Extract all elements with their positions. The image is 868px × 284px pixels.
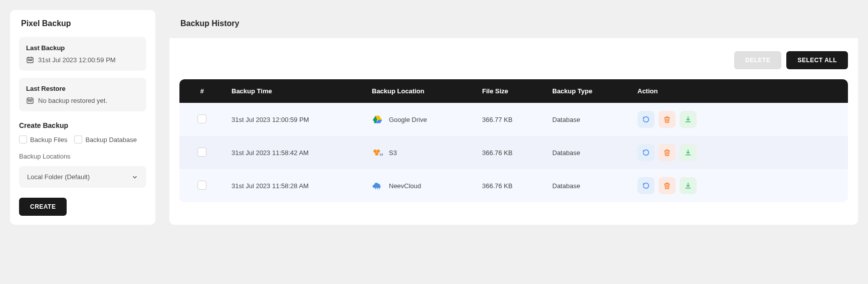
delete-row-button[interactable] <box>659 177 676 194</box>
download-button[interactable] <box>680 144 697 161</box>
row-time: 31st Jul 2023 12:00:59 PM <box>225 103 365 136</box>
gdrive-icon <box>372 114 383 125</box>
last-backup-label: Last Backup <box>26 44 139 52</box>
backup-database-checkbox[interactable] <box>74 135 82 144</box>
select-all-button[interactable]: SELECT ALL <box>786 51 848 69</box>
backup-files-label: Backup Files <box>30 136 67 144</box>
row-location: Google Drive <box>389 116 427 123</box>
chevron-down-icon <box>131 174 138 181</box>
download-icon <box>684 182 692 190</box>
create-backup-title: Create Backup <box>19 121 146 129</box>
row-time: 31st Jul 2023 11:58:28 AM <box>225 169 365 202</box>
create-backup-section: Create Backup Backup Files Backup Databa… <box>19 121 146 216</box>
backup-location-value: Local Folder (Default) <box>27 173 90 181</box>
download-button[interactable] <box>680 111 697 128</box>
svg-point-6 <box>30 101 30 101</box>
row-location: NeevCloud <box>389 182 421 190</box>
header-time: Backup Time <box>225 79 365 103</box>
svg-point-7 <box>31 101 32 101</box>
trash-icon <box>663 115 671 123</box>
s3-icon <box>372 147 383 158</box>
row-size: 366.76 KB <box>475 169 545 202</box>
restore-icon <box>642 182 650 190</box>
row-time: 31st Jul 2023 11:58:42 AM <box>225 136 365 169</box>
calendar-icon <box>26 96 34 104</box>
table-row: 31st Jul 2023 12:00:59 PM Google Drive 3… <box>179 103 848 136</box>
last-restore-label: Last Restore <box>26 85 139 92</box>
restore-icon <box>642 115 650 123</box>
row-location: S3 <box>389 149 397 157</box>
sidebar-title: Pixel Backup <box>19 19 146 28</box>
restore-button[interactable] <box>637 111 655 128</box>
row-type: Database <box>545 136 630 169</box>
backup-locations-label: Backup Locations <box>19 153 146 160</box>
restore-icon <box>642 149 650 157</box>
row-size: 366.76 KB <box>475 136 545 169</box>
download-icon <box>684 149 692 157</box>
toolbar: DELETE SELECT ALL <box>169 38 858 79</box>
backup-database-label: Backup Database <box>85 136 137 144</box>
delete-button[interactable]: DELETE <box>734 51 781 69</box>
row-size: 366.77 KB <box>475 103 545 136</box>
main-panel: Backup History DELETE SELECT ALL # Backu… <box>169 10 858 225</box>
neevcloud-icon <box>372 180 383 191</box>
trash-icon <box>663 182 671 190</box>
svg-point-1 <box>29 60 29 61</box>
download-icon <box>684 115 692 123</box>
row-type: Database <box>545 103 630 136</box>
header-size: File Size <box>475 79 545 103</box>
main-header: Backup History <box>169 10 858 38</box>
main-title: Backup History <box>180 19 847 28</box>
last-backup-box: Last Backup 31st Jul 2023 12:00:59 PM <box>19 37 146 71</box>
delete-row-button[interactable] <box>659 111 676 128</box>
last-restore-value: No backup restored yet. <box>38 97 107 104</box>
create-button[interactable]: CREATE <box>19 198 67 216</box>
table-row: 31st Jul 2023 11:58:42 AM S3 366.76 KB D… <box>179 136 848 169</box>
header-num: # <box>179 79 225 103</box>
backup-location-select[interactable]: Local Folder (Default) <box>19 166 146 188</box>
svg-point-3 <box>31 60 32 61</box>
row-type: Database <box>545 169 630 202</box>
header-location: Backup Location <box>365 79 475 103</box>
row-checkbox[interactable] <box>197 148 206 157</box>
delete-row-button[interactable] <box>659 144 676 161</box>
last-backup-value: 31st Jul 2023 12:00:59 PM <box>38 56 116 64</box>
row-checkbox[interactable] <box>197 181 206 190</box>
last-restore-box: Last Restore No backup restored yet. <box>19 78 146 111</box>
backup-history-table: # Backup Time Backup Location File Size … <box>179 79 848 202</box>
restore-button[interactable] <box>637 144 655 161</box>
calendar-icon <box>26 56 34 64</box>
table-row: 31st Jul 2023 11:58:28 AM NeevCloud 366.… <box>179 169 848 202</box>
backup-files-checkbox[interactable] <box>19 135 27 144</box>
svg-point-5 <box>29 101 29 101</box>
row-checkbox[interactable] <box>197 114 206 123</box>
restore-button[interactable] <box>637 177 655 194</box>
sidebar: Pixel Backup Last Backup 31st Jul 2023 1… <box>10 10 155 225</box>
trash-icon <box>663 149 671 157</box>
download-button[interactable] <box>680 177 697 194</box>
header-action: Action <box>630 79 848 103</box>
svg-point-2 <box>30 60 30 61</box>
header-type: Backup Type <box>545 79 630 103</box>
